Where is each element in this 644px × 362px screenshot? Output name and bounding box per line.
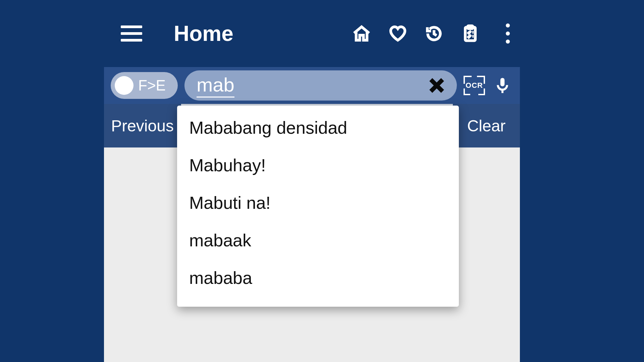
home-icon[interactable] (351, 23, 372, 44)
appbar-actions (351, 23, 510, 44)
clipboard-icon[interactable] (460, 23, 481, 44)
toggle-knob (115, 76, 133, 95)
search-suggestions-dropdown: Mababang densidad Mabuhay! Mabuti na! ma… (177, 106, 459, 307)
suggestion-item[interactable]: Mababang densidad (177, 109, 459, 146)
history-icon[interactable] (423, 23, 445, 44)
svg-rect-2 (500, 78, 505, 86)
heart-icon[interactable] (387, 23, 409, 44)
suggestion-item[interactable]: Mabuhay! (177, 146, 459, 184)
search-input-text: mab (197, 73, 234, 98)
suggestion-item[interactable]: mabaak (177, 222, 459, 259)
clear-input-icon[interactable] (426, 75, 447, 96)
suggestion-item[interactable]: mababa (177, 259, 459, 297)
clear-button[interactable]: Clear (453, 104, 520, 147)
microphone-icon[interactable] (492, 75, 513, 96)
previous-button[interactable]: Previous (104, 104, 181, 147)
language-direction-toggle[interactable]: F>E (111, 72, 178, 99)
hamburger-menu-icon[interactable] (121, 22, 144, 45)
ocr-icon[interactable]: OCR (464, 75, 485, 96)
suggestion-item[interactable]: Mabuti na! (177, 184, 459, 222)
app-screen: Home F>E mab (104, 0, 520, 362)
search-input[interactable]: mab (184, 70, 457, 101)
appbar: Home (104, 0, 520, 67)
more-vertical-icon[interactable] (506, 23, 510, 44)
search-bar: F>E mab OCR (104, 67, 520, 104)
page-title: Home (174, 21, 233, 46)
toggle-label: F>E (138, 77, 166, 94)
